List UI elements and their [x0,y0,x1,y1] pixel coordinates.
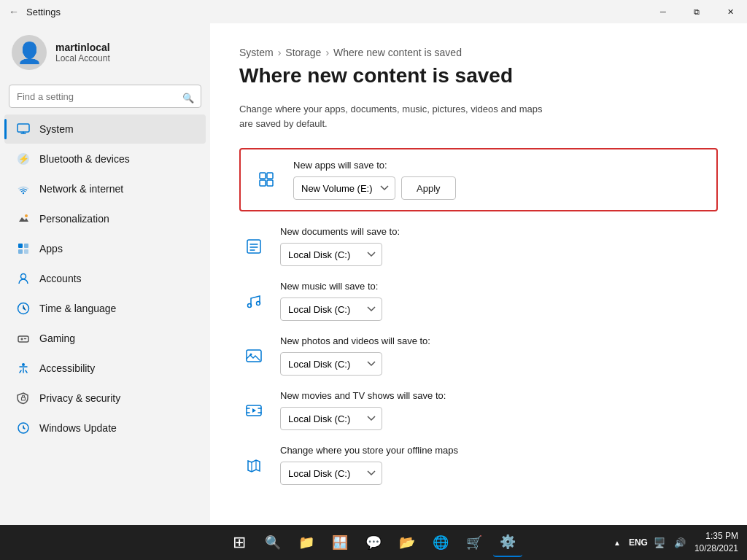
taskbar-edge-icon[interactable]: 🌐 [426,528,455,557]
taskbar-chat-icon[interactable]: 💬 [359,528,388,557]
user-profile[interactable]: 👤 martinlocal Local Account [0,23,210,82]
search-input[interactable] [9,85,201,108]
sidebar-item-network[interactable]: Network & internet [4,174,206,203]
apps-label: New apps will save to: [293,160,456,171]
breadcrumb-system: System [239,47,274,58]
sections-list: New apps will save to:Local Disk (C:)New… [239,148,718,485]
photos-section-icon [239,341,268,370]
taskbar: ⊞ 🔍 📁 🪟 💬 📂 🌐 🛒 ⚙️ ▲ ENG 🖥️ 🔊 1:35 PM 10… [0,525,747,560]
nav-list: System⚡Bluetooth & devicesNetwork & inte… [0,114,210,443]
svg-point-3 [23,192,24,194]
taskbar-search-icon[interactable]: 🔍 [258,528,287,557]
taskbar-start-icon[interactable]: ⊞ [225,528,254,557]
taskbar-network-icon[interactable]: 🔊 [671,534,689,551]
minimize-button[interactable]: ─ [646,0,680,23]
svg-rect-7 [18,249,23,254]
taskbar-clock[interactable]: 1:35 PM 10/28/2021 [694,530,738,555]
taskbar-chevron-icon[interactable]: ▲ [608,534,626,551]
close-button[interactable]: ✕ [713,0,747,23]
documents-section-content: New documents will save to:Local Disk (C… [280,226,400,266]
maps-section-icon [239,451,268,480]
user-type: Local Account [55,53,110,63]
title-bar: ← Settings ─ ⧉ ✕ [0,0,747,23]
photos-dropdown[interactable]: Local Disk (C:)New Volume (E:) [280,352,382,376]
taskbar-settings-icon[interactable]: ⚙️ [493,528,522,557]
movies-section-content: New movies and TV shows will save to:Loc… [280,390,446,430]
breadcrumb-sep2: › [325,47,329,58]
section-apps: New apps will save to:Local Disk (C:)New… [239,148,718,211]
sidebar-item-label-time: Time & language [39,303,116,314]
content-area: System › Storage › Where new content is … [210,23,747,525]
svg-rect-0 [18,124,29,132]
system-nav-icon [16,122,31,136]
section-movies: New movies and TV shows will save to:Loc… [239,390,718,430]
music-section-icon [239,287,268,316]
svg-rect-11 [18,336,28,342]
app-title: Settings [26,7,61,18]
svg-rect-19 [247,240,260,253]
music-dropdown[interactable]: Local Disk (C:)New Volume (E:) [280,298,382,321]
movies-label: New movies and TV shows will save to: [280,390,446,401]
svg-rect-6 [24,244,28,248]
documents-controls: Local Disk (C:)New Volume (E:) [280,243,400,266]
breadcrumb: System › Storage › Where new content is … [239,47,718,58]
taskbar-monitor-icon[interactable]: 🖥️ [651,534,668,551]
accessibility-nav-icon [16,361,31,376]
movies-controls: Local Disk (C:)New Volume (E:) [280,407,446,430]
sidebar-item-privacy[interactable]: Privacy & security [4,384,206,413]
apps-nav-icon [16,241,31,256]
maximize-button[interactable]: ⧉ [680,0,713,23]
sidebar-item-label-bluetooth: Bluetooth & devices [39,153,130,165]
documents-section-icon [239,232,268,261]
svg-rect-17 [267,173,273,179]
taskbar-lang[interactable]: ENG [629,537,648,548]
svg-point-12 [22,363,25,366]
taskbar-explorer-icon[interactable]: 📂 [392,528,422,557]
taskbar-store-icon[interactable]: 🛒 [460,528,489,557]
avatar: 👤 [12,35,47,70]
movies-dropdown[interactable]: Local Disk (C:)New Volume (E:) [280,407,382,430]
sidebar-item-update[interactable]: Windows Update [4,413,206,443]
maps-dropdown[interactable]: Local Disk (C:)New Volume (E:) [280,462,382,485]
documents-dropdown[interactable]: Local Disk (C:)New Volume (E:) [280,243,382,266]
taskbar-right: ▲ ENG 🖥️ 🔊 1:35 PM 10/28/2021 [608,530,738,555]
apps-dropdown[interactable]: Local Disk (C:)New Volume (E:) [293,176,395,200]
svg-point-9 [21,274,26,279]
sidebar-item-personalization[interactable]: Personalization [4,204,206,233]
sidebar-item-label-network: Network & internet [39,183,123,195]
sidebar-item-label-privacy: Privacy & security [39,392,120,404]
sidebar-item-gaming[interactable]: Gaming [4,324,206,353]
music-section-content: New music will save to:Local Disk (C:)Ne… [280,281,382,321]
sidebar-item-label-gaming: Gaming [39,332,75,344]
sidebar-item-time[interactable]: Time & language [4,294,206,323]
svg-point-21 [257,301,260,305]
gaming-nav-icon [16,331,31,346]
svg-rect-18 [267,180,273,186]
sidebar-item-apps[interactable]: Apps [4,234,206,263]
sidebar-item-bluetooth[interactable]: ⚡Bluetooth & devices [4,144,206,174]
title-bar-left: ← Settings [9,6,61,18]
taskbar-taskview-icon[interactable]: 📁 [292,528,321,557]
sidebar-item-label-accessibility: Accessibility [39,362,95,374]
breadcrumb-sep1: › [278,47,282,58]
sidebar-item-label-update: Windows Update [39,422,117,434]
back-icon[interactable]: ← [9,6,19,18]
breadcrumb-current: Where new content is saved [333,47,462,58]
sidebar: 👤 martinlocal Local Account 🔍 System⚡Blu… [0,23,210,525]
apps-section-icon [252,166,282,195]
taskbar-widgets-icon[interactable]: 🪟 [325,528,355,557]
sidebar-item-accessibility[interactable]: Accessibility [4,354,206,383]
sidebar-item-label-accounts: Accounts [39,273,82,284]
maps-label: Change where you store your offline maps [280,445,458,456]
section-documents: New documents will save to:Local Disk (C… [239,226,718,266]
personalization-nav-icon [16,211,31,226]
apps-apply-button[interactable]: Apply [401,176,456,200]
sidebar-item-accounts[interactable]: Accounts [4,264,206,293]
update-nav-icon [16,421,31,435]
app-body: 👤 martinlocal Local Account 🔍 System⚡Blu… [0,23,747,525]
music-label: New music will save to: [280,281,382,292]
taskbar-date: 10/28/2021 [694,542,738,555]
sidebar-item-system[interactable]: System [4,114,206,144]
section-music: New music will save to:Local Disk (C:)Ne… [239,281,718,321]
svg-rect-13 [22,397,26,400]
